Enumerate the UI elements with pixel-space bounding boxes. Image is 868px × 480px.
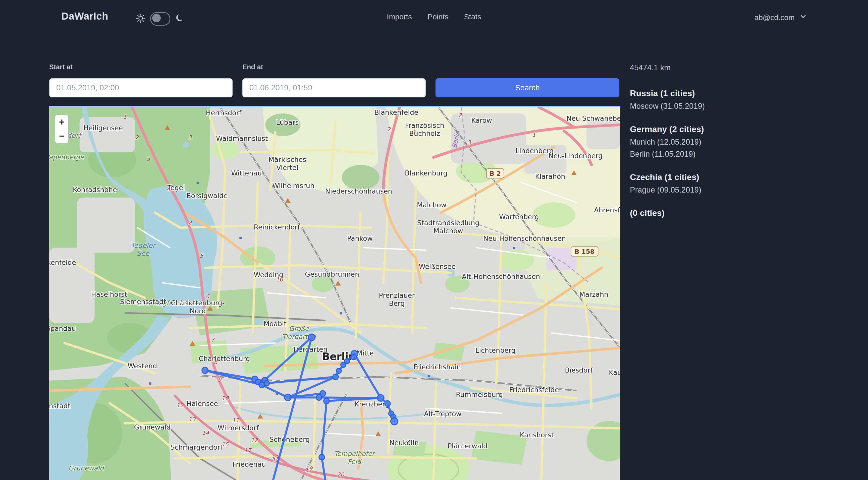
road-number: 11 bbox=[232, 417, 239, 423]
road-number: 1 bbox=[123, 114, 127, 120]
map-label: Marzahn bbox=[579, 290, 608, 298]
start-at-input[interactable] bbox=[49, 78, 232, 97]
map-label: Lübars bbox=[276, 119, 299, 126]
map-label: Kaul bbox=[609, 369, 620, 376]
country-groups: Russia (1 cities)Moscow (31.05.2019)Germ… bbox=[630, 88, 831, 218]
road-number: 12 bbox=[251, 437, 258, 444]
chevron-down-icon bbox=[799, 12, 807, 22]
route-point-marker[interactable] bbox=[319, 454, 324, 460]
route-point-marker[interactable] bbox=[285, 394, 291, 401]
route-point-marker[interactable] bbox=[341, 362, 346, 367]
map-label: Friedrichshain bbox=[413, 363, 461, 371]
route-point-marker[interactable] bbox=[308, 334, 315, 341]
map-container[interactable]: Berlin HermsdorfHeiligenseeendorfPapenbe… bbox=[49, 106, 620, 480]
map-label: Wilhelmsruh bbox=[272, 182, 314, 190]
route-point-marker[interactable] bbox=[324, 398, 329, 404]
route-point-marker[interactable] bbox=[377, 395, 384, 401]
map-label: Niederschönhausen bbox=[325, 187, 392, 195]
map-label: Alt-Hohenschönhausen bbox=[462, 273, 540, 280]
theme-toggle-knob bbox=[152, 14, 161, 22]
map-label: Heiligensee bbox=[83, 124, 123, 132]
map-label: Lichtenberg bbox=[475, 347, 516, 354]
map-label: Neukölln bbox=[389, 439, 419, 447]
route-point-marker[interactable] bbox=[351, 354, 356, 360]
road-number: 12 bbox=[176, 402, 184, 409]
map-label: Spandau bbox=[49, 325, 76, 332]
map-label: mstadt bbox=[49, 402, 70, 410]
map-label: Friedenau bbox=[232, 460, 266, 468]
map-label: Charlottenburg bbox=[199, 355, 250, 362]
route-point-marker[interactable] bbox=[336, 368, 341, 373]
app-logo[interactable]: DaWarIch bbox=[61, 10, 108, 22]
map-label: Friedrichsfelde bbox=[509, 386, 559, 394]
road-number: 4 bbox=[166, 186, 170, 192]
road-number: 3 bbox=[467, 139, 471, 146]
map-label: Biesdorf bbox=[565, 366, 593, 374]
nav-links: ImportsPointsStats bbox=[387, 12, 481, 21]
road-number: 2 bbox=[387, 126, 391, 133]
country-group: Russia (1 cities)Moscow (31.05.2019) bbox=[630, 88, 831, 111]
nav-link-stats[interactable]: Stats bbox=[464, 12, 481, 21]
road-number: 2 bbox=[135, 134, 139, 140]
country-group: (0 cities) bbox=[630, 208, 831, 218]
nav-link-imports[interactable]: Imports bbox=[387, 12, 412, 21]
map-label: Konradshöhe bbox=[73, 186, 117, 194]
total-distance: 45474.1 km bbox=[630, 63, 831, 72]
map-label: Blankenburg bbox=[405, 169, 447, 177]
road-number: 19 bbox=[305, 466, 313, 472]
route-point-marker[interactable] bbox=[391, 418, 398, 425]
map-label: Grunewald bbox=[134, 423, 171, 431]
user-menu[interactable]: ab@cd.com bbox=[754, 12, 807, 22]
theme-toggle[interactable] bbox=[150, 12, 170, 26]
road-number: 17 bbox=[244, 447, 252, 454]
map-label: Karow bbox=[471, 117, 492, 124]
route-point-marker[interactable] bbox=[320, 391, 326, 396]
city-entry: Berlin (11.05.2019) bbox=[630, 150, 831, 159]
map-label: Alt-Treptow bbox=[424, 410, 462, 418]
map-label: Siemensstadt bbox=[120, 298, 166, 306]
map-label: Neu-Lindenberg bbox=[549, 152, 602, 160]
map-label: Moabit bbox=[264, 320, 286, 328]
country-heading: Czechia (1 cities) bbox=[630, 172, 831, 182]
road-number: 3 bbox=[147, 156, 151, 162]
map-label: Borsigwalde bbox=[186, 192, 228, 200]
theme-switcher bbox=[135, 12, 184, 26]
city-entry: Prague (09.05.2019) bbox=[630, 186, 831, 195]
map-label: Wilmersdorf bbox=[218, 424, 259, 432]
road-number: 5 bbox=[200, 253, 204, 259]
map-label: Wartenberg bbox=[499, 213, 539, 221]
map-label: Reinickendorf bbox=[254, 223, 300, 231]
city-entry: Munich (12.05.2019) bbox=[630, 137, 831, 147]
map-label: akenfelde bbox=[49, 259, 76, 266]
route-point-marker[interactable] bbox=[333, 374, 338, 380]
map-canvas: Berlin HermsdorfHeiligenseeendorfPapenbe… bbox=[49, 107, 620, 480]
map-label: Lindenberg bbox=[516, 147, 554, 155]
sun-icon bbox=[135, 13, 146, 24]
map-label: Schmargendorf bbox=[170, 443, 223, 451]
map-label: Westend bbox=[128, 362, 157, 370]
map-label: Waidmannslust bbox=[216, 134, 268, 142]
country-heading: (0 cities) bbox=[630, 208, 831, 218]
nav-link-points[interactable]: Points bbox=[428, 12, 448, 21]
map-label: Papenberge bbox=[49, 153, 84, 161]
road-number: 8 bbox=[214, 359, 218, 365]
user-email: ab@cd.com bbox=[754, 13, 795, 22]
end-at-label: End at bbox=[242, 63, 263, 71]
app-root: DaWarIch ImportsPointsStats ab@cd.c bbox=[0, 0, 868, 480]
zoom-out-button[interactable]: − bbox=[55, 129, 68, 143]
route-point-marker[interactable] bbox=[264, 381, 269, 386]
route-point-marker[interactable] bbox=[385, 401, 390, 406]
road-number: 10 bbox=[276, 277, 283, 283]
map-label: Plänterwald bbox=[447, 442, 488, 450]
zoom-in-button[interactable]: + bbox=[55, 115, 68, 129]
search-button[interactable]: Search bbox=[435, 78, 619, 97]
city-entry: Moscow (31.05.2019) bbox=[630, 102, 831, 111]
map-label: Halensee bbox=[187, 400, 218, 408]
map-label: Rummelsburg bbox=[456, 391, 503, 398]
map-label: Blankenfelde bbox=[374, 108, 418, 116]
end-at-input[interactable] bbox=[242, 78, 426, 97]
route-point-marker[interactable] bbox=[202, 367, 208, 373]
start-at-label: Start at bbox=[49, 63, 72, 71]
road-number: 15 bbox=[221, 441, 229, 448]
map-label: Neu Schwanebeck bbox=[566, 115, 620, 122]
